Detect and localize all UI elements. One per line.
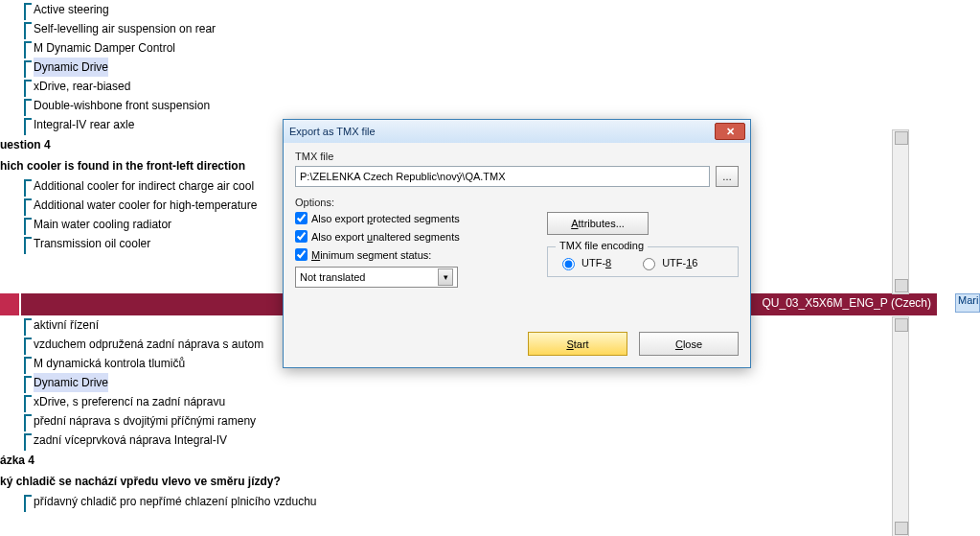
segment-marker-icon bbox=[24, 60, 32, 78]
segment-item[interactable]: přídavný chladič pro nepřímé chlazení pl… bbox=[24, 492, 317, 511]
segment-item[interactable]: xDrive, rear-biased bbox=[24, 77, 937, 96]
segment-text: aktivní řízení bbox=[34, 315, 99, 335]
segment-text: M dynamická kontrola tlumičů bbox=[34, 354, 185, 373]
tmx-file-label: TMX file bbox=[295, 151, 739, 162]
options-label: Options: bbox=[295, 197, 739, 208]
segment-marker-icon bbox=[24, 318, 32, 336]
ellipsis-icon: … bbox=[722, 172, 732, 182]
segment-text: přední náprava s dvojitými příčnými rame… bbox=[34, 411, 256, 431]
segment-item[interactable]: aktivní řízení bbox=[24, 315, 317, 335]
segment-marker-icon bbox=[24, 99, 32, 116]
segment-marker-icon bbox=[24, 495, 32, 512]
scrollbar-bottom[interactable] bbox=[892, 316, 909, 536]
segment-text: přídavný chladič pro nepřímé chlazení pl… bbox=[34, 492, 317, 511]
segment-marker-icon bbox=[24, 118, 32, 135]
start-button[interactable]: Start bbox=[528, 332, 627, 356]
segment-text: zadní víceprvková náprava Integral-IV bbox=[34, 431, 227, 450]
segment-marker-icon bbox=[24, 414, 32, 431]
segment-text: Active steering bbox=[34, 0, 109, 19]
segment-item[interactable]: Dynamic Drive bbox=[24, 58, 937, 77]
utf8-radio[interactable] bbox=[562, 258, 575, 270]
dialog-title: Export as TMX file bbox=[289, 126, 376, 137]
segment-text: Dynamic Drive bbox=[34, 373, 108, 392]
segment-marker-icon bbox=[24, 41, 32, 58]
export-tmx-dialog: Export as TMX file ✕ TMX file … Options:… bbox=[283, 119, 751, 368]
segment-marker-icon bbox=[24, 395, 32, 412]
segment-marker-icon bbox=[24, 338, 32, 355]
segment-marker-icon bbox=[24, 3, 32, 20]
chevron-down-icon: ▾ bbox=[438, 268, 453, 286]
minimum-status-label: Minimum segment status: bbox=[311, 249, 431, 261]
scroll-down-icon[interactable] bbox=[895, 522, 908, 535]
segment-text: Dynamic Drive bbox=[34, 58, 108, 77]
scroll-up-icon[interactable] bbox=[895, 131, 908, 145]
segment-marker-icon bbox=[24, 218, 32, 235]
side-tab[interactable]: Mari bbox=[955, 293, 980, 313]
segment-item[interactable]: zadní víceprvková náprava Integral-IV bbox=[24, 431, 317, 450]
segment-item[interactable]: Active steering bbox=[24, 0, 937, 19]
export-unaltered-checkbox[interactable] bbox=[295, 230, 308, 243]
segment-text: Integral-IV rear axle bbox=[34, 115, 134, 134]
close-icon: ✕ bbox=[726, 126, 735, 138]
utf16-radio[interactable] bbox=[643, 258, 655, 270]
segment-item[interactable]: Dynamic Drive bbox=[24, 373, 317, 392]
segment-text: vzduchem odpružená zadní náprava s autom bbox=[34, 335, 263, 354]
dialog-titlebar[interactable]: Export as TMX file ✕ bbox=[284, 120, 750, 143]
segment-text: Additional water cooler for high-tempera… bbox=[34, 196, 257, 215]
file-name-label: QU_03_X5X6M_ENG_P (Czech) bbox=[762, 296, 931, 310]
segment-row-marker bbox=[0, 293, 21, 315]
segment-text: xDrive, s preferencí na zadní nápravu bbox=[34, 392, 225, 411]
attributes-button[interactable]: Attributes... bbox=[547, 212, 649, 235]
segment-item[interactable]: M Dynamic Damper Control bbox=[24, 38, 937, 58]
window-close-button[interactable]: ✕ bbox=[715, 123, 745, 140]
segment-text: Transmission oil cooler bbox=[34, 234, 150, 253]
scroll-down-icon[interactable] bbox=[895, 279, 908, 292]
segment-marker-icon bbox=[24, 376, 32, 393]
segment-text: Self-levelling air suspension on rear bbox=[34, 19, 216, 38]
scroll-up-icon[interactable] bbox=[895, 318, 908, 332]
select-value: Not translated bbox=[300, 271, 365, 283]
encoding-fieldset: TMX file encoding UTF-8 UTF-16 bbox=[547, 246, 739, 277]
segment-text: M Dynamic Damper Control bbox=[34, 38, 175, 58]
segment-item[interactable]: M dynamická kontrola tlumičů bbox=[24, 354, 317, 373]
utf8-radio-row[interactable]: UTF-8 bbox=[558, 255, 611, 270]
minimum-status-checkbox[interactable] bbox=[295, 248, 308, 261]
export-protected-label: Also export protected segments bbox=[311, 213, 460, 224]
minimum-status-select[interactable]: Not translated ▾ bbox=[295, 267, 458, 288]
segment-item[interactable]: přední náprava s dvojitými příčnými rame… bbox=[24, 411, 317, 431]
segment-text: Main water cooling radiator bbox=[34, 215, 171, 234]
segment-item[interactable]: vzduchem odpružená zadní náprava s autom bbox=[24, 335, 317, 354]
segment-marker-icon bbox=[24, 198, 32, 216]
close-button[interactable]: Close bbox=[639, 332, 739, 356]
segment-item[interactable]: Self-levelling air suspension on rear bbox=[24, 19, 937, 38]
segment-marker-icon bbox=[24, 357, 32, 374]
export-protected-checkbox[interactable] bbox=[295, 212, 308, 224]
segment-marker-icon bbox=[24, 80, 32, 97]
utf16-radio-row[interactable]: UTF-16 bbox=[638, 255, 697, 270]
tmx-path-input[interactable] bbox=[295, 166, 710, 187]
segment-text: Double-wishbone front suspension bbox=[34, 96, 210, 115]
scrollbar-top[interactable] bbox=[892, 129, 909, 294]
segment-item[interactable]: Double-wishbone front suspension bbox=[24, 96, 937, 115]
segment-marker-icon bbox=[24, 22, 32, 39]
encoding-legend: TMX file encoding bbox=[556, 240, 648, 251]
segment-text: Additional cooler for indirect charge ai… bbox=[34, 176, 254, 196]
question-subheading-cz: ký chladič se nachází vpředu vlevo ve sm… bbox=[0, 471, 317, 492]
segment-item[interactable]: xDrive, s preferencí na zadní nápravu bbox=[24, 392, 317, 411]
segment-text: xDrive, rear-biased bbox=[34, 77, 130, 96]
segment-marker-icon bbox=[24, 433, 32, 451]
export-unaltered-label: Also export unaltered segments bbox=[311, 231, 460, 243]
question-heading-cz: ázka 4 bbox=[0, 450, 317, 471]
browse-button[interactable]: … bbox=[716, 166, 739, 187]
segment-marker-icon bbox=[24, 237, 32, 254]
segment-marker-icon bbox=[24, 179, 32, 197]
